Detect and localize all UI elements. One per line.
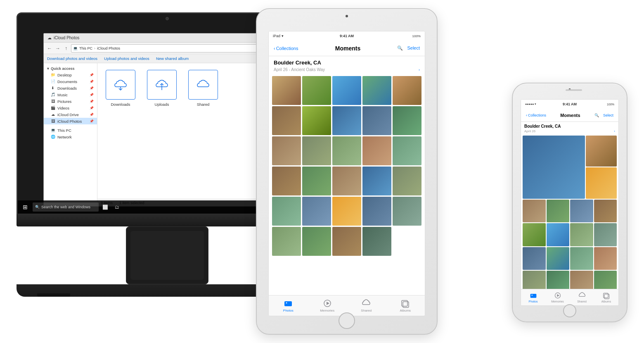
iphone-tab-memories[interactable]: Memories — [545, 292, 570, 303]
iphone-home-button[interactable] — [563, 304, 576, 317]
iphone-photo-2[interactable] — [586, 136, 617, 167]
ipad-home-button[interactable] — [339, 312, 355, 329]
sidebar-item-network[interactable]: 🌐 Network — [44, 133, 97, 140]
ipad-photo-25[interactable] — [393, 197, 421, 226]
ipad-photo-2[interactable] — [302, 76, 331, 105]
ipad-photo-10[interactable] — [393, 106, 421, 135]
ipad-photo-14[interactable] — [362, 136, 391, 165]
iphone-photo-8[interactable] — [523, 223, 546, 246]
iphone-moments-date: April 26 › — [521, 129, 618, 135]
ipad-photo-20[interactable] — [393, 167, 421, 195]
iphone-status-time: 9:41 AM — [555, 102, 585, 106]
ipad-more-chevron[interactable]: › — [419, 68, 420, 72]
back-button[interactable]: ← — [46, 45, 53, 52]
iphone-photos-tab-icon — [530, 292, 537, 299]
new-shared-album-link[interactable]: New shared album — [156, 56, 189, 61]
iphone-photo-14[interactable] — [570, 247, 593, 270]
ipad-photo-row-4 — [272, 167, 421, 195]
iphone-photo-19[interactable] — [594, 271, 617, 289]
sidebar-item-videos[interactable]: 🎬 Videos 📌 — [44, 105, 97, 111]
iphone-photo-row-2 — [523, 200, 617, 223]
ipad-photo-grid[interactable] — [269, 74, 425, 295]
ipad-photo-11[interactable] — [272, 136, 301, 165]
ipad-photo-6[interactable] — [272, 106, 301, 135]
sidebar-item-pictures[interactable]: 🖼 Pictures 📌 — [44, 98, 97, 105]
upload-photos-link[interactable]: Upload photos and videos — [104, 56, 149, 61]
ipad-tab-memories[interactable]: Memories — [308, 299, 347, 312]
iphone-photo-16[interactable] — [523, 271, 546, 289]
ipad-photo-29[interactable] — [362, 227, 391, 256]
ipad-photo-28[interactable] — [332, 227, 361, 256]
svg-marker-5 — [327, 302, 329, 305]
folder-uploads[interactable]: Uploads — [145, 70, 178, 107]
ipad-photo-7[interactable] — [302, 106, 331, 135]
ipad-photo-27[interactable] — [302, 227, 331, 256]
iphone-shared-tab-icon — [578, 292, 586, 299]
sidebar-item-music[interactable]: 🎵 Music 📌 — [44, 91, 97, 98]
iphone-tab-shared[interactable]: Shared — [570, 292, 594, 303]
download-photos-link[interactable]: Download photos and videos — [47, 56, 97, 61]
ipad-photo-12[interactable] — [302, 136, 331, 165]
iphone-photo-13[interactable] — [547, 247, 570, 270]
ipad-tab-photos[interactable]: Photos — [269, 299, 308, 312]
ipad-photo-4[interactable] — [362, 76, 391, 105]
iphone-photo-5[interactable] — [547, 200, 570, 223]
ipad-photo-8[interactable] — [332, 106, 361, 135]
iphone-tab-albums[interactable]: Albums — [594, 292, 618, 303]
iphone-photo-1-large[interactable] — [523, 136, 585, 199]
ipad-photo-13[interactable] — [332, 136, 361, 165]
ipad-photo-5[interactable] — [393, 76, 421, 105]
taskbar-search[interactable]: 🔍 Search the web and Windows — [43, 202, 99, 207]
iphone-photo-grid[interactable] — [521, 135, 618, 289]
iphone-back-button[interactable]: ‹ Collections — [526, 113, 546, 117]
ipad-photo-16[interactable] — [272, 167, 301, 195]
iphone-photo-17[interactable] — [547, 271, 570, 289]
sidebar-item-icloud-photos[interactable]: 🖼 iCloud Photos 📌 — [44, 118, 97, 124]
laptop-touchpad[interactable] — [130, 231, 204, 280]
iphone-photo-11[interactable] — [594, 223, 617, 246]
up-button[interactable]: ↑ — [63, 45, 69, 52]
iphone-photo-6[interactable] — [570, 200, 593, 223]
iphone-photo-18[interactable] — [570, 271, 593, 289]
sidebar-item-this-pc[interactable]: 💻 This PC — [44, 127, 97, 133]
ipad-photo-3[interactable] — [332, 76, 361, 105]
ipad-photo-24[interactable] — [362, 197, 391, 226]
iphone-photo-12[interactable] — [523, 247, 546, 270]
ipad-photo-21[interactable] — [272, 197, 301, 226]
iphone-photo-15[interactable] — [594, 247, 617, 270]
task-view-button[interactable]: ⬜ — [100, 202, 110, 207]
ipad-photo-18[interactable] — [332, 167, 361, 195]
ipad-back-button[interactable]: ‹ Collections — [274, 46, 298, 51]
ipad-photo-9[interactable] — [362, 106, 391, 135]
pin-icon-icloud-photos: 📌 — [90, 119, 94, 123]
iphone-photo-7[interactable] — [594, 200, 617, 223]
ipad-select-button[interactable]: Select — [407, 45, 420, 51]
sidebar-item-downloads[interactable]: ⬇ Downloads 📌 — [44, 85, 97, 91]
ipad-tab-shared[interactable]: Shared — [347, 299, 386, 312]
ipad-photo-22[interactable] — [302, 197, 331, 226]
ipad-tab-albums[interactable]: Albums — [386, 299, 425, 312]
ipad-photo-23[interactable] — [332, 197, 361, 226]
iphone-more-chevron[interactable]: › — [614, 129, 615, 133]
ipad-photo-15[interactable] — [393, 136, 421, 165]
iphone-photo-3[interactable] — [586, 167, 617, 198]
folder-downloads[interactable]: Downloads — [104, 70, 137, 107]
iphone-tab-photos[interactable]: Photos — [521, 292, 545, 303]
iphone-photo-9[interactable] — [547, 223, 570, 246]
iphone-select-button[interactable]: Select — [603, 113, 613, 117]
file-explorer-taskbar-button[interactable]: 🗂 — [112, 202, 122, 207]
folder-shared[interactable]: Shared — [187, 70, 220, 107]
ipad-photo-17[interactable] — [302, 167, 331, 195]
sidebar-item-icloud-drive[interactable]: ☁ iCloud Drive 📌 — [44, 111, 97, 118]
sidebar-item-documents[interactable]: 📄 Documents 📌 — [44, 78, 97, 85]
iphone-photo-4[interactable] — [523, 200, 546, 223]
sidebar-item-desktop[interactable]: 📁 Desktop 📌 — [44, 71, 97, 78]
ipad-photo-1[interactable] — [272, 76, 301, 105]
ipad-photo-26[interactable] — [272, 227, 301, 256]
ipad-back-chevron: ‹ — [274, 46, 275, 51]
ipad-search-button[interactable]: 🔍 — [397, 45, 403, 51]
ipad-photo-19[interactable] — [362, 167, 391, 195]
iphone-photo-10[interactable] — [570, 223, 593, 246]
forward-button[interactable]: → — [54, 45, 61, 52]
iphone-search-button[interactable]: 🔍 — [594, 113, 599, 117]
